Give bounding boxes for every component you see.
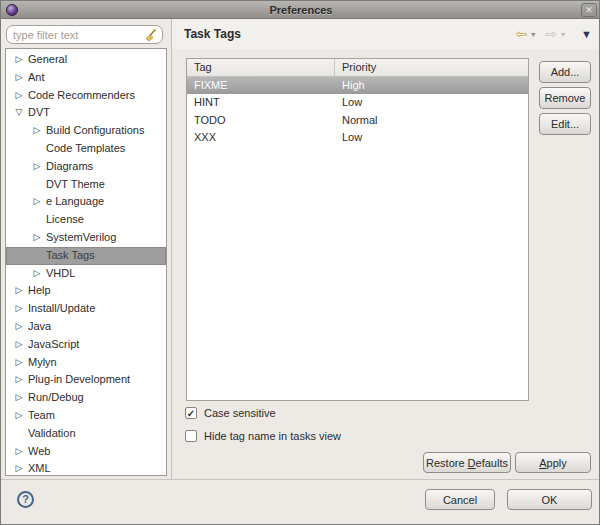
tree-item-java[interactable]: ▷ Java [6,318,166,336]
tree-item-label: Web [26,443,50,461]
tree-item-label: Java [26,318,51,336]
titlebar[interactable]: Preferences ✕ [1,1,600,19]
clear-filter-icon[interactable] [144,28,158,42]
filter-input[interactable] [6,25,163,44]
cell-tag: TODO [187,112,335,129]
hide-tag-name-option[interactable]: Hide tag name in tasks view [185,429,341,443]
tree-item-ant[interactable]: ▷ Ant [6,69,166,87]
tree-item-e-language[interactable]: ▷ e Language [6,193,166,211]
cell-tag: XXX [187,129,335,146]
tree-item-team[interactable]: ▷ Team [6,407,166,425]
tree-expander-icon[interactable]: ▷ [12,336,26,354]
tree-expander-icon[interactable]: ▷ [12,354,26,372]
tree-item-mylyn[interactable]: ▷ Mylyn [6,354,166,372]
tree-item-vhdl[interactable]: ▷ VHDL [6,265,166,283]
tree-item-label: XML [26,460,51,476]
tree-expander-icon[interactable]: ▷ [12,87,26,105]
cell-tag: HINT [187,94,335,111]
tree-item-label: Validation [26,425,76,443]
tree-item-dvt-theme[interactable]: DVT Theme [6,176,166,194]
task-tag-row-xxx[interactable]: XXX Low [187,129,528,146]
sash-divider[interactable] [171,19,172,479]
tree-item-general[interactable]: ▷ General [6,51,166,69]
tree-expander-icon[interactable]: ▷ [30,265,44,283]
tree-item-label: Code Recommenders [26,87,135,105]
tree-item-plug-in-development[interactable]: ▷ Plug-in Development [6,371,166,389]
app-orb-icon [6,4,18,16]
forward-menu-chevron-icon[interactable]: ▾ [561,30,565,39]
tree-item-label: Team [26,407,55,425]
page-header: Task Tags ⇦ ▾ ⇨ ▾ ▼ [172,19,600,49]
case-sensitive-checkbox[interactable]: ✓ [185,407,197,419]
edit-button[interactable]: Edit... [539,113,591,135]
tree-expander-icon[interactable]: ▷ [30,229,44,247]
tree-expander-icon[interactable]: ▷ [12,69,26,87]
tree-item-label: Build Configurations [44,122,144,140]
cell-priority: Low [335,129,362,146]
tree-expander-icon[interactable]: ▽ [12,104,26,122]
tree-expander-icon[interactable]: ▷ [30,193,44,211]
back-menu-chevron-icon[interactable]: ▾ [531,30,535,39]
tree-item-build-configurations[interactable]: ▷ Build Configurations [6,122,166,140]
tree-item-javascript[interactable]: ▷ JavaScript [6,336,166,354]
tree-item-run-debug[interactable]: ▷ Run/Debug [6,389,166,407]
tree-item-systemverilog[interactable]: ▷ SystemVerilog [6,229,166,247]
tree-expander-icon[interactable]: ▷ [12,389,26,407]
tree-item-label: e Language [44,193,104,211]
tree-item-label: JavaScript [26,336,79,354]
task-tag-row-fixme[interactable]: FIXME High [187,77,528,94]
case-sensitive-option[interactable]: ✓ Case sensitive [185,406,276,420]
task-tags-table: Tag Priority FIXME High HINT Low TODO No… [186,58,529,401]
tree-item-label: Help [26,282,51,300]
task-tag-row-hint[interactable]: HINT Low [187,94,528,111]
tree-item-xml[interactable]: ▷ XML [6,460,166,476]
back-arrow-icon[interactable]: ⇦ [516,26,528,42]
tree-expander-icon[interactable]: ▷ [12,371,26,389]
cell-tag: FIXME [187,77,335,94]
column-header-tag[interactable]: Tag [187,59,335,76]
tree-item-label: License [44,211,84,229]
add-button[interactable]: Add... [539,61,591,83]
tree-item-label: Diagrams [44,158,93,176]
tree-item-web[interactable]: ▷ Web [6,443,166,461]
cancel-button[interactable]: Cancel [425,489,495,510]
remove-button[interactable]: Remove [539,87,591,109]
tree-item-help[interactable]: ▷ Help [6,282,166,300]
tree-item-label: DVT Theme [44,176,105,194]
tree-item-install-update[interactable]: ▷ Install/Update [6,300,166,318]
close-icon[interactable]: ✕ [581,3,597,17]
tree-item-task-tags[interactable]: Task Tags [6,247,166,265]
ok-button[interactable]: OK [507,489,592,510]
tree-item-dvt[interactable]: ▽ DVT [6,104,166,122]
cell-priority: Low [335,94,362,111]
page-title: Task Tags [184,27,241,41]
tree-expander-icon[interactable]: ▷ [12,51,26,69]
tree-item-validation[interactable]: Validation [6,425,166,443]
column-header-priority[interactable]: Priority [335,59,528,76]
tree-expander-icon[interactable]: ▷ [12,300,26,318]
tree-item-label: Plug-in Development [26,371,130,389]
tree-item-code-templates[interactable]: Code Templates [6,140,166,158]
hide-tag-name-checkbox[interactable] [185,430,197,442]
restore-defaults-button[interactable]: Restore Defaults [423,452,511,473]
tree-expander-icon[interactable]: ▷ [12,407,26,425]
tree-item-license[interactable]: License [6,211,166,229]
apply-button[interactable]: Apply [515,452,591,473]
tree-item-label: General [26,51,67,69]
tree-expander-icon[interactable]: ▷ [12,460,26,476]
tree-item-diagrams[interactable]: ▷ Diagrams [6,158,166,176]
cell-priority: High [335,77,365,94]
tree-expander-icon[interactable]: ▷ [12,282,26,300]
view-menu-icon[interactable]: ▼ [581,28,592,40]
tree-item-code-recommenders[interactable]: ▷ Code Recommenders [6,87,166,105]
tree-item-label: Code Templates [44,140,125,158]
tree-expander-icon[interactable]: ▷ [30,158,44,176]
window-title: Preferences [1,4,600,16]
tree-item-label: SystemVerilog [44,229,116,247]
task-tag-row-todo[interactable]: TODO Normal [187,112,528,129]
forward-arrow-icon[interactable]: ⇨ [545,26,557,42]
tree-expander-icon[interactable]: ▷ [12,318,26,336]
tree-expander-icon[interactable]: ▷ [12,443,26,461]
help-icon[interactable]: ? [17,491,34,508]
tree-expander-icon[interactable]: ▷ [30,122,44,140]
